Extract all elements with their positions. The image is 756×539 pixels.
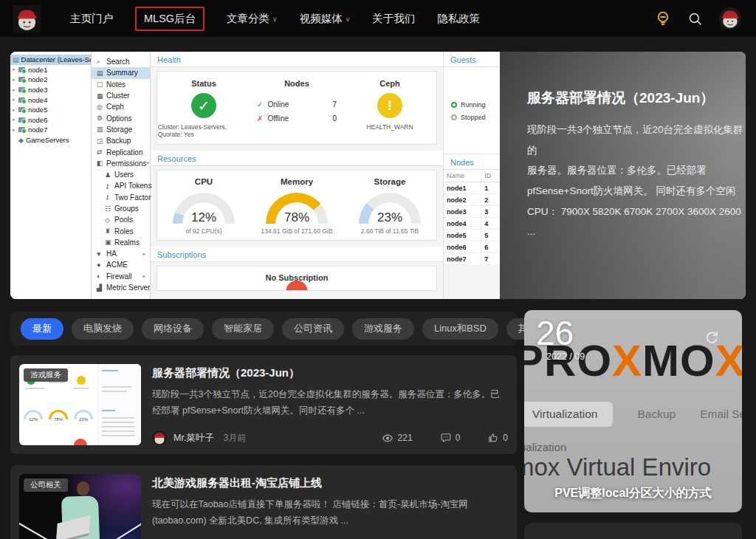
author-name[interactable]: Mr.菜叶子 [173,432,214,444]
article-card[interactable]: 公司相关 北美游戏服务器出租-淘宝店铺上线 现在可以在Taobao店铺直接下单服… [10,465,517,539]
hero-banner[interactable]: ▤Datacenter (Leaves-Server▸node1▸node2▸n… [10,52,746,299]
hero-overlay: 服务器部署情况（2023-Jun） 现阶段一共3个独立节点，近20台完全虚拟化集… [500,52,746,299]
pve-menu-label: Users [114,171,134,179]
table-row[interactable]: node11 [444,182,500,194]
server-ok-icon [18,127,25,132]
tree-node-label: node1 [28,66,47,74]
groups-icon: ☷ [105,205,114,213]
category-tag[interactable]: 游戏服务 [352,318,414,340]
pve-menu-item[interactable]: ▣Realms [92,237,150,248]
pve-menu-item[interactable]: ⌕Search [92,56,150,67]
table-row[interactable]: node44 [444,218,500,230]
search-icon[interactable] [687,11,703,27]
article-title[interactable]: 服务器部署情况（2023-Jun） [152,364,508,380]
pve-tree-node[interactable]: ▸node6 [10,115,91,126]
pve-menu-item[interactable]: ⚷Two Factor [92,192,150,203]
pve-tree-node[interactable]: ▸node4 [10,95,91,105]
backup-icon: ◲ [97,137,106,145]
article-thumbnail[interactable]: 公司相关 [19,474,141,539]
category-tag[interactable]: 智能家居 [212,318,274,340]
realms-icon: ▣ [105,238,114,246]
token-icon: ⚷ [105,182,114,190]
running-dot-icon [451,102,457,108]
pve-menu-item[interactable]: ♟Users [92,169,150,180]
views-stat: 221 [382,433,413,443]
category-tag[interactable]: 网络设备 [142,318,204,340]
pve-content-panel: Health Status ✓ Cluster: Leaves-Servers,… [151,52,443,299]
nav-item-label: 视频媒体 [300,12,343,26]
category-tags-bar: 最新电脑发烧网络设备智能家居公司资讯游戏服务Linux和BSD其他 [10,312,517,346]
gauge-percent: 78% [266,210,328,224]
likes-stat[interactable]: 0 [488,433,508,443]
pve-menu-item[interactable]: ●ACME [92,259,150,270]
table-cell: node5 [444,230,481,241]
category-tag[interactable]: 电脑发烧 [72,318,134,340]
avatar-cartoon-icon [719,7,741,30]
sidebar-post-title[interactable]: PVE调整local分区大小的方式 [524,486,742,501]
article-excerpt: 现阶段一共3个独立节点，近20台完全虚拟化集群的服务器。服务器位置：多伦多。已经… [152,387,508,419]
user-avatar[interactable] [719,7,741,30]
site-logo[interactable] [13,5,41,32]
comments-stat[interactable]: 0 [441,433,461,443]
nav-item[interactable]: 关于我们 [372,12,415,26]
author-avatar[interactable] [152,430,167,445]
pve-resources-header: Resources [151,151,443,166]
pve-menu-label: Groups [114,205,139,213]
pve-menu-item[interactable]: ⚷API Tokens [92,180,150,191]
nav-item[interactable]: 文章分类∨ [227,12,278,26]
pve-menu-item[interactable]: ▢Notes [92,79,150,90]
pve-tree-node[interactable]: ▸node5 [10,105,91,115]
article-card[interactable]: 12%78%23% 游戏服务 服务器部署情况（2023-Jun） 现阶段一共3个… [10,355,517,454]
pve-tree-node[interactable]: ▸node3 [10,85,91,95]
article-meta: Mr.菜叶子 3月前 221 0 0 [152,430,508,445]
pve-menu-item[interactable]: ◎Ceph [92,101,150,112]
pve-menu-item[interactable]: ◲Backup [92,135,150,146]
guests-stopped-row: Stopped [451,114,500,121]
pve-tree-node[interactable]: ▸node2 [10,75,91,85]
pve-menu-item[interactable]: ▟Metric Server [92,282,150,293]
pve-menu-item[interactable]: ▦Cluster [92,90,150,101]
nav-menu: 主页门户MLSG后台文章分类∨视频媒体∨关于我们隐私政策 [70,7,480,31]
pve-menu-item[interactable]: ♥HA▸ [92,248,150,259]
gauge-label: Storage [374,177,406,186]
resource-gauge: CPU12%of 92 CPU(s) [158,177,250,235]
table-row[interactable]: node77 [444,253,500,265]
table-row[interactable]: node66 [444,241,500,253]
pve-menu-item[interactable]: ♜Roles [92,225,150,236]
table-cell: 4 [481,218,500,230]
lightbulb-icon[interactable] [655,10,671,27]
nav-item[interactable]: 隐私政策 [437,12,480,26]
pve-resources-panel: CPU12%of 92 CPU(s)Memory78%134.61 GiB of… [157,170,437,241]
pve-menu-item[interactable]: ◧Permissions▾ [92,158,150,169]
table-row[interactable]: node33 [444,206,500,218]
nav-item[interactable]: 视频媒体∨ [300,12,351,26]
nav-item[interactable]: MLSG后台 [135,7,205,31]
nav-item-label: 关于我们 [372,12,415,26]
category-tag[interactable]: Linux和BSD [422,318,498,340]
pve-tree-root[interactable]: ▤Datacenter (Leaves-Server [10,55,91,65]
pve-menu-item[interactable]: ◐Firewall▸ [92,271,150,282]
pools-icon: ◇ [105,216,114,224]
nav-item[interactable]: 主页门户 [70,12,113,26]
pve-tree-node[interactable]: ▸node1 [10,65,91,75]
table-cell: 2 [481,194,500,206]
key-icon: ⚷ [105,193,114,201]
sidebar-post-card[interactable]: PROXMOX 26 2022 / 09 VirtualizationBacku… [524,310,742,512]
table-cell: 7 [481,253,500,265]
pve-right-panel: Guests Running Stopped Nodes Name ID [443,52,500,299]
table-row[interactable]: node55 [444,230,500,241]
pve-menu-item[interactable]: ◇Pools [92,214,150,225]
pve-tree-node[interactable]: ▸node7 [10,125,91,135]
server-ok-icon [18,87,25,92]
pve-tree-pool[interactable]: ◆GameServers [10,135,91,145]
pve-menu-item[interactable]: ⇄Replication [92,146,150,157]
pve-menu-item[interactable]: ▤Summary [92,67,150,78]
pve-menu-item[interactable]: ⚙Options [92,112,150,123]
table-row[interactable]: node22 [444,194,500,206]
article-title[interactable]: 北美游戏服务器出租-淘宝店铺上线 [152,474,508,490]
pve-menu-item[interactable]: ☷Groups [92,203,150,214]
article-thumbnail[interactable]: 12%78%23% 游戏服务 [19,364,141,445]
category-tag[interactable]: 最新 [21,318,63,340]
pve-menu-item[interactable]: ▥Storage [92,124,150,135]
category-tag[interactable]: 公司资讯 [282,318,344,340]
